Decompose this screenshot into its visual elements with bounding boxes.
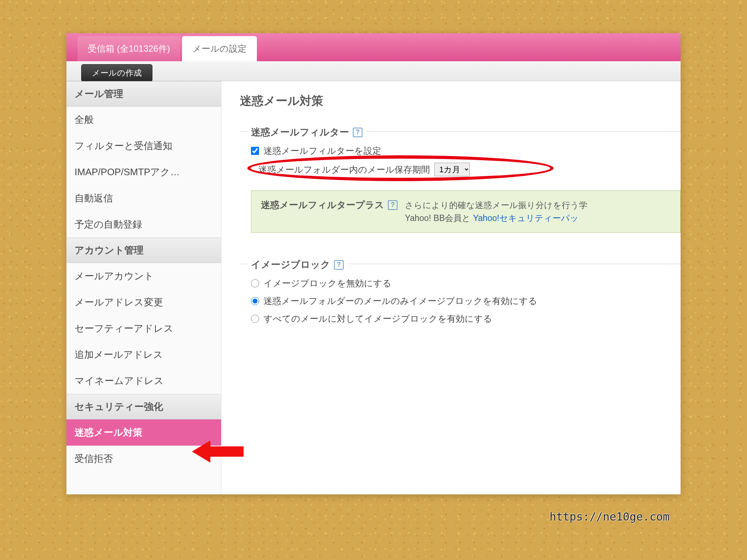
- image-block-label-1: 迷惑メールフォルダーのメールのみイメージブロックを有効にする: [264, 295, 537, 307]
- sidebar-item-mail-account[interactable]: メールアカウント: [66, 263, 221, 289]
- compose-button[interactable]: メールの作成: [81, 64, 152, 82]
- sidebar-item-autoreply[interactable]: 自動返信: [66, 185, 221, 211]
- annotation-red-arrow: [192, 439, 244, 464]
- image-block-option-0[interactable]: イメージブロックを無効にする: [240, 274, 681, 292]
- settings-sidebar: メール管理 全般 フィルターと受信通知 IMAP/POP/SMTPアク… 自動返…: [66, 81, 221, 494]
- image-block-section: イメージブロック ? イメージブロックを無効にする 迷惑メールフォルダーのメール…: [240, 264, 681, 336]
- spam-filter-section: 迷惑メールフィルター ? 迷惑メールフィルターを設定 迷惑メールフォルダー内のメ…: [240, 131, 681, 256]
- sidebar-header-security: セキュリティー強化: [66, 394, 221, 419]
- sidebar-item-filter[interactable]: フィルターと受信通知: [66, 133, 221, 159]
- image-block-radio-1[interactable]: [251, 297, 259, 305]
- spam-filter-checkbox[interactable]: [251, 147, 259, 155]
- retention-label: 迷惑メールフォルダー内のメール保存期間: [258, 164, 430, 176]
- tab-bar: 受信箱 (全101326件) メールの設定: [66, 33, 681, 61]
- image-block-legend-text: イメージブロック: [251, 258, 330, 271]
- tab-inbox-label: 受信箱: [88, 44, 114, 53]
- sidebar-item-schedule[interactable]: 予定の自動登録: [66, 211, 221, 238]
- promo-link[interactable]: Yahoo!セキュリティーパッ: [473, 213, 579, 223]
- promo-text: さらにより的確な迷惑メール振り分けを行う学 Yahoo! BB会員と Yahoo…: [405, 199, 588, 224]
- image-block-radio-0[interactable]: [251, 279, 259, 287]
- promo-title: 迷惑メールフィルタープラス ?: [261, 199, 397, 211]
- tab-settings-label: メールの設定: [192, 44, 247, 53]
- watermark-url: https://ne10ge.com: [550, 510, 669, 523]
- spam-filter-legend-text: 迷惑メールフィルター: [251, 126, 349, 139]
- sidebar-header-account: アカウント管理: [66, 238, 221, 263]
- promo-title-text: 迷惑メールフィルタープラス: [261, 199, 384, 211]
- promo-line2a: Yahoo! BB会員と: [405, 213, 473, 223]
- sidebar-item-myname-address[interactable]: マイネームアドレス: [66, 368, 221, 394]
- retention-select[interactable]: 1カ月: [434, 163, 470, 176]
- help-icon[interactable]: ?: [353, 128, 362, 137]
- filter-plus-promo: 迷惑メールフィルタープラス ? さらにより的確な迷惑メール振り分けを行う学 Ya…: [251, 190, 681, 233]
- mail-settings-window: 受信箱 (全101326件) メールの設定 メールの作成 メール管理 全般 フィ…: [66, 33, 681, 494]
- image-block-radio-2[interactable]: [251, 315, 259, 323]
- help-icon[interactable]: ?: [388, 200, 397, 210]
- image-block-legend: イメージブロック ?: [247, 258, 347, 271]
- tab-settings[interactable]: メールの設定: [182, 36, 257, 61]
- image-block-option-2[interactable]: すべてのメールに対してイメージブロックを有効にする: [240, 310, 681, 328]
- sidebar-item-imap[interactable]: IMAP/POP/SMTPアク…: [66, 159, 221, 185]
- sidebar-item-address-change[interactable]: メールアドレス変更: [66, 289, 221, 315]
- retention-row: 迷惑メールフォルダー内のメール保存期間 1カ月: [247, 160, 681, 179]
- sidebar-item-extra-address[interactable]: 追加メールアドレス: [66, 342, 221, 368]
- toolbar: メールの作成: [66, 61, 681, 81]
- page-title: 迷惑メール対策: [240, 93, 681, 109]
- sidebar-header-mail-mgmt: メール管理: [66, 81, 221, 107]
- compose-button-label: メールの作成: [92, 68, 142, 77]
- spam-filter-legend: 迷惑メールフィルター ?: [247, 126, 366, 139]
- tab-inbox[interactable]: 受信箱 (全101326件): [78, 36, 180, 61]
- body-area: メール管理 全般 フィルターと受信通知 IMAP/POP/SMTPアク… 自動返…: [66, 81, 681, 494]
- help-icon[interactable]: ?: [334, 260, 344, 270]
- sidebar-item-general[interactable]: 全般: [66, 107, 221, 133]
- main-panel: 迷惑メール対策 迷惑メールフィルター ? 迷惑メールフィルターを設定 迷惑メール…: [221, 81, 681, 494]
- svg-marker-0: [192, 440, 244, 463]
- sidebar-item-safety-address[interactable]: セーフティーアドレス: [66, 315, 221, 342]
- spam-filter-checkbox-row[interactable]: 迷惑メールフィルターを設定: [240, 142, 681, 160]
- spam-filter-checkbox-label: 迷惑メールフィルターを設定: [264, 145, 381, 157]
- image-block-label-0: イメージブロックを無効にする: [264, 277, 392, 289]
- tab-inbox-count: (全101326件): [117, 44, 170, 53]
- image-block-option-1[interactable]: 迷惑メールフォルダーのメールのみイメージブロックを有効にする: [240, 292, 681, 310]
- promo-line1: さらにより的確な迷惑メール振り分けを行う学: [405, 200, 588, 210]
- image-block-label-2: すべてのメールに対してイメージブロックを有効にする: [264, 313, 492, 325]
